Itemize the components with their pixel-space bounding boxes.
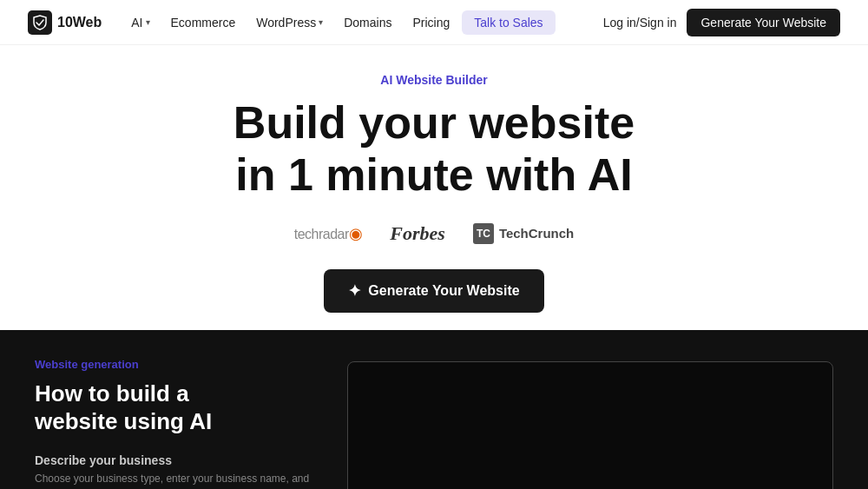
- hero-generate-button[interactable]: ✦ Generate Your Website: [324, 269, 543, 313]
- bottom-badge: Website generation: [35, 358, 312, 371]
- forbes-logo: Forbes: [390, 222, 445, 245]
- signin-link[interactable]: Log in/Sign in: [603, 16, 677, 30]
- techcrunch-logo: TC TechCrunch: [473, 223, 574, 244]
- bottom-left: Website generation How to build a websit…: [35, 358, 312, 489]
- sparkle-icon: ✦: [348, 281, 361, 301]
- bottom-title: How to build a website using AI: [35, 380, 312, 436]
- nav-right: Log in/Sign in Generate Your Website: [603, 9, 840, 36]
- talk-to-sales-button[interactable]: Talk to Sales: [462, 10, 555, 35]
- chevron-down-icon: ▾: [319, 17, 323, 27]
- nav-generate-button[interactable]: Generate Your Website: [687, 9, 840, 36]
- nav-wordpress[interactable]: WordPress ▾: [247, 10, 332, 35]
- logo-link[interactable]: 10Web: [28, 10, 102, 35]
- logo-icon: [28, 10, 52, 35]
- bottom-section: Website generation How to build a websit…: [0, 330, 868, 489]
- nav-pricing[interactable]: Pricing: [404, 10, 458, 35]
- hero-logos: techradar◉ Forbes TC TechCrunch: [294, 222, 575, 245]
- navbar: 10Web AI ▾ Ecommerce WordPress ▾ Domains…: [0, 0, 868, 45]
- chevron-down-icon: ▾: [146, 17, 150, 27]
- nav-ai[interactable]: AI ▾: [122, 10, 158, 35]
- svg-rect-0: [28, 10, 52, 35]
- nav-links: AI ▾ Ecommerce WordPress ▾ Domains Prici…: [122, 10, 602, 35]
- logo-text: 10Web: [57, 15, 102, 30]
- hero-section: AI Website Builder Build your website in…: [0, 45, 868, 330]
- nav-ecommerce[interactable]: Ecommerce: [162, 10, 245, 35]
- hero-badge: AI Website Builder: [380, 73, 487, 87]
- hero-title: Build your website in 1 minute with AI: [233, 97, 635, 202]
- nav-domains[interactable]: Domains: [335, 10, 400, 35]
- bottom-video-area: [347, 361, 833, 489]
- step-1: Describe your business Choose your busin…: [35, 453, 312, 489]
- step-1-title: Describe your business: [35, 453, 312, 467]
- techradar-logo: techradar◉: [294, 224, 363, 243]
- step-1-desc: Choose your business type, enter your bu…: [35, 471, 312, 489]
